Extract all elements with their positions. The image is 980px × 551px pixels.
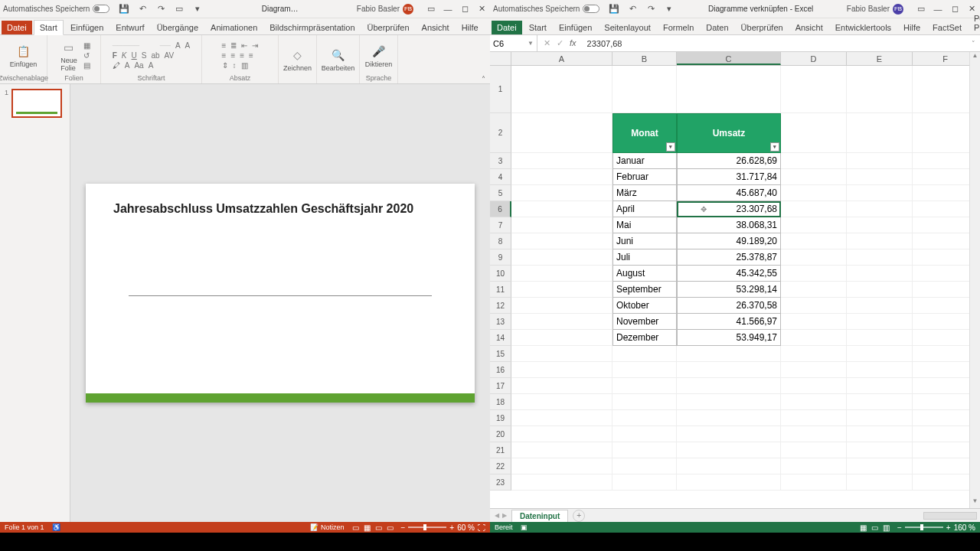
cell[interactable] [677, 458, 781, 474]
cell-month[interactable]: Dezember [612, 330, 677, 346]
page-layout-view-icon[interactable]: ▭ [871, 523, 878, 532]
cell[interactable] [781, 426, 847, 442]
qat-dropdown-icon[interactable]: ▾ [664, 4, 675, 15]
cell[interactable] [511, 314, 612, 330]
cell[interactable] [677, 362, 781, 378]
cell[interactable] [511, 346, 612, 362]
row-header[interactable]: 19 [490, 410, 511, 426]
edit-button[interactable]: 🔍Bearbeiten [318, 46, 358, 73]
save-icon[interactable]: 💾 [119, 4, 129, 15]
cell[interactable] [781, 66, 847, 113]
cell-month[interactable]: Juni [612, 233, 677, 249]
zoom-in-icon[interactable]: + [449, 523, 454, 532]
zoom-out-icon[interactable]: − [897, 523, 902, 532]
row-header[interactable]: 4 [490, 169, 511, 185]
sorter-view-icon[interactable]: ▦ [364, 523, 371, 532]
tab-start[interactable]: Start [524, 21, 552, 34]
cell[interactable] [847, 266, 913, 282]
zoom-level[interactable]: 160 % [954, 523, 975, 532]
cell[interactable] [677, 66, 781, 113]
cell-month[interactable]: September [612, 282, 677, 298]
cell[interactable] [612, 458, 677, 474]
qat-dropdown-icon[interactable]: ▾ [192, 4, 203, 15]
align-right-icon[interactable]: ≡ [240, 51, 244, 60]
tab-developer[interactable]: Entwicklertools [830, 21, 897, 34]
fit-window-icon[interactable]: ⛶ [478, 523, 485, 532]
add-sheet-button[interactable]: + [573, 510, 585, 522]
cell-month[interactable]: November [612, 314, 677, 330]
fx-icon[interactable]: fx [570, 38, 577, 48]
cell[interactable] [847, 185, 913, 201]
close-icon[interactable]: ✕ [476, 4, 487, 15]
cell-value[interactable]: 49.189,20 [677, 233, 781, 249]
save-icon[interactable]: 💾 [609, 4, 619, 15]
zoom-out-icon[interactable]: − [401, 523, 406, 532]
user-account[interactable]: Fabio Basler FB [357, 4, 413, 15]
notes-button[interactable]: 📝 Notizen [310, 523, 344, 531]
slide-title-text[interactable]: Jahresabschluss Umsatzzahlen Geschäftsja… [113, 202, 447, 216]
cell[interactable] [847, 314, 913, 330]
row-header[interactable]: 5 [490, 185, 511, 201]
cell[interactable] [781, 249, 847, 266]
cell[interactable] [781, 378, 847, 394]
select-all-corner[interactable] [490, 52, 511, 65]
cell[interactable] [847, 378, 913, 394]
redo-icon[interactable]: ↷ [155, 4, 166, 15]
cell[interactable] [847, 249, 913, 266]
cell-value[interactable]: 26.370,58 [677, 298, 781, 314]
cell-month[interactable]: Januar [612, 153, 677, 169]
accessibility-icon[interactable]: ♿ [52, 523, 60, 531]
cell-value[interactable]: 45.342,55 [677, 266, 781, 282]
row-header[interactable]: 6 [490, 201, 511, 217]
tab-pagelayout[interactable]: Seitenlayout [599, 21, 656, 34]
cell[interactable] [781, 474, 847, 491]
spacing-icon[interactable]: AV [165, 51, 175, 60]
cell[interactable] [847, 426, 913, 442]
indent-inc-icon[interactable]: ⇥ [252, 41, 258, 50]
tab-transitions[interactable]: Übergänge [152, 21, 204, 34]
cell[interactable] [781, 169, 847, 185]
tab-insert[interactable]: Einfügen [554, 21, 597, 34]
tab-help[interactable]: Hilfe [456, 21, 484, 34]
paste-button[interactable]: 📋Einfügen [7, 42, 41, 70]
cell[interactable] [511, 266, 612, 282]
col-header-C[interactable]: C [677, 52, 781, 65]
cell[interactable] [511, 474, 612, 491]
layout-icon[interactable]: ▦ [83, 41, 90, 50]
cell[interactable] [847, 394, 913, 410]
cell[interactable] [847, 113, 913, 153]
row-header[interactable]: 9 [490, 249, 511, 266]
filter-button[interactable]: ▾ [666, 142, 675, 152]
cell[interactable] [511, 394, 612, 410]
cell[interactable] [847, 282, 913, 298]
cell[interactable] [781, 201, 847, 217]
cell[interactable] [511, 66, 612, 113]
maximize-icon[interactable]: ◻ [459, 4, 470, 15]
bold-icon[interactable]: F [113, 51, 117, 60]
cell-month[interactable]: Mai [612, 217, 677, 233]
cell[interactable] [511, 378, 612, 394]
cell[interactable] [847, 169, 913, 185]
tab-review[interactable]: Überprüfen [362, 21, 415, 34]
minimize-icon[interactable]: — [933, 4, 943, 15]
row-header[interactable]: 8 [490, 233, 511, 249]
maximize-icon[interactable]: ◻ [949, 4, 960, 15]
cell[interactable] [612, 410, 677, 426]
enter-icon[interactable]: ✓ [557, 38, 564, 48]
draw-button[interactable]: ◇Zeichnen [280, 46, 315, 73]
cell[interactable] [511, 330, 612, 346]
cell-value[interactable]: 53.949,17 [677, 330, 781, 346]
cell[interactable] [847, 217, 913, 233]
row-header[interactable]: 7 [490, 217, 511, 233]
justify-icon[interactable]: ≡ [249, 51, 253, 60]
ribbon-options-icon[interactable]: ▭ [426, 4, 436, 15]
cell[interactable] [677, 378, 781, 394]
cell[interactable] [781, 217, 847, 233]
cell[interactable] [781, 113, 847, 153]
tab-slideshow[interactable]: Bildschirmpräsentation [264, 21, 360, 34]
cell[interactable] [511, 426, 612, 442]
reading-view-icon[interactable]: ▭ [375, 523, 382, 532]
cell[interactable] [511, 362, 612, 378]
section-icon[interactable]: ▤ [83, 61, 90, 70]
cell[interactable] [511, 442, 612, 458]
